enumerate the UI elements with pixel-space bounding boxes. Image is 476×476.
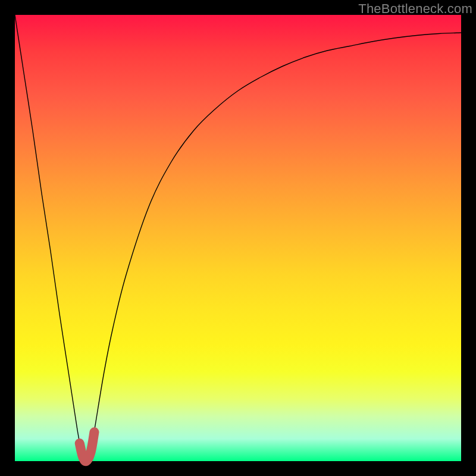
- optimum-highlight: [80, 432, 95, 461]
- plot-area: [15, 15, 461, 461]
- curve-layer: [15, 15, 461, 461]
- bottleneck-curve: [15, 15, 461, 461]
- chart-frame: TheBottleneck.com: [0, 0, 476, 476]
